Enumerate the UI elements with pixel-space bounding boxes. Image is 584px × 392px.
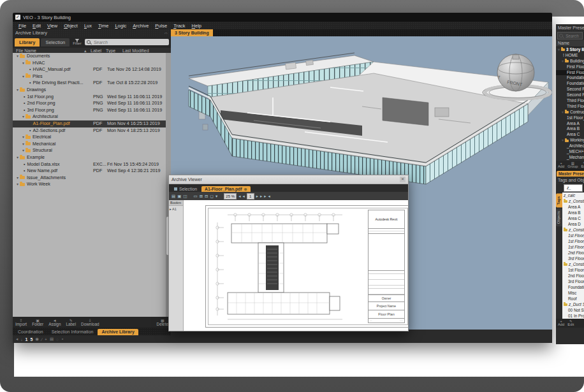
tag-item[interactable]: Misc [562, 290, 584, 296]
status-dot-icon[interactable]: ∘ [61, 337, 64, 342]
file-row[interactable]: ▾Architectural [13, 113, 166, 120]
preset-item[interactable]: Third Floor [556, 98, 584, 104]
preset-item[interactable]: First Floor [556, 64, 584, 70]
page-fwd-0[interactable]: ▸ [256, 194, 258, 199]
tag-item[interactable]: 01 In Prog [562, 313, 584, 319]
status-1-icon[interactable]: 1 [26, 337, 28, 342]
bottom-tab-archive-library[interactable]: Archive Library [98, 329, 138, 335]
preset-item[interactable]: Area A [556, 121, 584, 127]
preset-item[interactable]: Third Floor - [556, 104, 584, 110]
viewer-tool-b2[interactable]: ⊟ [205, 194, 208, 199]
bookmarks-tab[interactable]: Bookm [169, 200, 183, 206]
file-row[interactable]: ▾Example [13, 154, 166, 161]
menu-view[interactable]: View [44, 23, 61, 29]
presets-name-column[interactable]: Name [556, 40, 584, 47]
filter-button[interactable]: Filter [73, 39, 81, 45]
status-target-icon[interactable]: ◉ [35, 337, 39, 342]
tag-item[interactable]: Foundatio [562, 284, 584, 290]
expand-caret-icon[interactable]: ▾ [22, 75, 24, 78]
preset-item[interactable]: _MECH+STR [556, 149, 584, 155]
tag-item[interactable]: Area B [562, 210, 584, 215]
file-row[interactable]: ▾Issue_Attachments [13, 175, 166, 182]
preset-item[interactable]: ▾Contruction [556, 110, 584, 115]
viewport-tab-3-story-building[interactable]: 3 Story Building [171, 29, 213, 36]
viewer-tool-a2[interactable]: ◫ [183, 194, 187, 199]
file-row[interactable]: ▾Electrical [13, 134, 166, 141]
page-fwd-3[interactable]: ◂ [268, 194, 270, 199]
viewer-close-button[interactable]: ✕ [400, 177, 405, 182]
preset-item[interactable]: Second Floo [556, 87, 584, 92]
file-row[interactable]: •3rd Floor.pngPNGWed Sep 11 16:06:11 201… [13, 107, 166, 114]
status-slash-icon[interactable]: ∕ [41, 337, 42, 342]
vtab-tags[interactable]: Tags [556, 194, 562, 208]
file-row[interactable]: ▾Work Week [13, 181, 166, 188]
vtab-objects[interactable]: Objects [556, 208, 562, 226]
tags-add-button[interactable]: +Add [558, 320, 564, 326]
expand-caret-icon[interactable]: ▾ [17, 54, 18, 58]
tag-item[interactable]: Area C [562, 215, 584, 221]
bottom-tab-coordination[interactable]: Coordination [14, 329, 47, 335]
preset-item[interactable]: ▾Building Elem [556, 59, 584, 64]
preset-item[interactable]: First Floor - [556, 70, 584, 76]
file-row[interactable]: •Model Data.xlsxEXC...Fri Nov 15 15:45:2… [13, 161, 166, 168]
viewer-tab-selection[interactable]: Selection [171, 186, 200, 192]
dock-icon[interactable]: ⇔ [164, 29, 168, 36]
tag-item[interactable]: 2nd Floor_ [562, 250, 584, 256]
tag-item[interactable]: 1st Floor_A [562, 238, 584, 244]
tab-library[interactable]: Library [15, 38, 40, 47]
file-row[interactable]: ▾Drawings [13, 87, 166, 94]
menu-track[interactable]: Track [170, 23, 188, 29]
tag-item[interactable]: Area D [562, 221, 584, 227]
file-row[interactable]: •A1-Floor_Plan.pdfPDFMon Nov 4 16:25:13 … [13, 120, 166, 127]
tag-item[interactable]: z_calc [562, 192, 584, 198]
preset-item[interactable]: Foundation [556, 75, 584, 81]
tag-item[interactable]: 1st Floor [562, 267, 584, 273]
expand-caret-icon[interactable]: ▾ [17, 156, 18, 159]
tag-item[interactable]: 3rd Floor [562, 279, 584, 284]
viewer-tab-floor-plan[interactable]: A1-Floor_Plan.pdf ⊗ [201, 186, 251, 192]
preset-item[interactable]: _Mechanica [556, 155, 584, 161]
page-field[interactable] [247, 193, 254, 200]
page-fwd-2[interactable]: ▸ [264, 194, 266, 199]
page-back-1[interactable]: ◂ [242, 194, 244, 199]
tag-item[interactable]: Area A [562, 204, 584, 210]
viewer-tool-b1[interactable]: ⊞ [200, 194, 203, 199]
menu-pulse[interactable]: Pulse [152, 23, 170, 29]
preset-item[interactable]: ! HOME [556, 53, 584, 59]
expand-caret-icon[interactable]: ▾ [22, 142, 24, 146]
expand-caret-icon[interactable]: ▾ [22, 115, 24, 119]
tab-close-icon[interactable]: ⊗ [244, 187, 247, 191]
expand-caret-icon[interactable]: ▾ [22, 135, 24, 139]
file-row[interactable]: •A2-Sections.pdfPDFMon Nov 4 18:25:13 20… [13, 127, 166, 134]
preset-item[interactable]: Area B [556, 126, 584, 132]
preset-item[interactable]: ▾Working sta [556, 138, 584, 143]
bookmark-item[interactable]: ▸ A1 [169, 206, 183, 212]
import-button[interactable]: ⇧Import [15, 319, 27, 326]
tag-item[interactable]: 1st Floor_A [562, 244, 584, 250]
preset-item[interactable]: 1st Floor_Ar [556, 115, 584, 121]
menu-file[interactable]: File [15, 23, 29, 29]
preset-item[interactable]: Second Floo [556, 92, 584, 98]
page-back-0[interactable]: ◂ [238, 194, 240, 199]
viewer-tool-a0[interactable]: ▤ [172, 194, 175, 199]
menu-help[interactable]: Help [189, 23, 205, 29]
status-down-icon[interactable]: ↓ [20, 337, 22, 342]
label-button[interactable]: ✎Label [66, 319, 76, 326]
menu-edit[interactable]: Edit [29, 23, 44, 29]
viewer-tool-b3[interactable]: ◻ [210, 194, 214, 199]
preset-item[interactable]: Area C [556, 132, 584, 138]
viewer-tool-a1[interactable]: ▣ [177, 194, 181, 199]
menu-lux[interactable]: Lux [81, 23, 95, 29]
file-row[interactable]: ▾Documents [13, 53, 166, 60]
zoom-field[interactable] [224, 193, 237, 200]
menu-logic[interactable]: Logic [112, 23, 129, 29]
tag-item[interactable]: 3rd Floor_ [562, 256, 584, 261]
library-search-input[interactable] [92, 40, 167, 45]
page-fwd-1[interactable]: ▸ [260, 194, 262, 199]
expand-caret-icon[interactable]: ▾ [17, 182, 18, 186]
tag-item[interactable]: Roof [562, 296, 584, 301]
tag-item[interactable]: 1st Floor_A [562, 233, 584, 238]
file-row[interactable]: •Pile Driving Best Practi...PDFTue Oct 8… [13, 80, 166, 87]
presets-search-input[interactable] [564, 33, 581, 39]
file-row[interactable]: •2nd Floor.pngPNGWed Sep 11 16:06:11 201… [13, 100, 166, 107]
